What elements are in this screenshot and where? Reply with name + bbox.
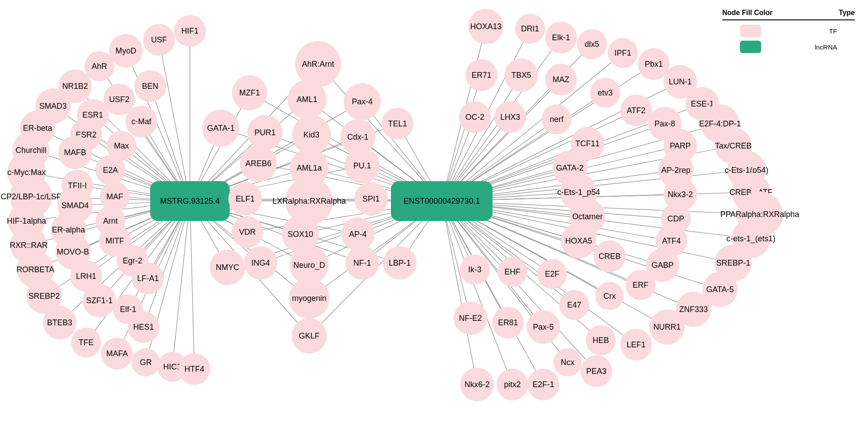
- tf-node: HOXA13: [468, 9, 504, 44]
- tf-node: Pax-4: [344, 83, 381, 120]
- tf-node: GR: [132, 348, 160, 377]
- tf-node: MyoD: [109, 34, 143, 68]
- tf-node: dlx5: [577, 29, 607, 59]
- tf-node: VDR: [231, 216, 263, 248]
- tf-node: ER71: [466, 59, 497, 91]
- tf-node: NURR1: [649, 309, 685, 345]
- tf-node: ATF2: [620, 95, 652, 126]
- tf-node: c-Maf: [125, 106, 157, 137]
- legend-row: TF: [722, 25, 855, 37]
- tf-node: SPI1: [354, 182, 388, 216]
- tf-node: HOXA5: [561, 223, 596, 259]
- tf-node: OC-2: [459, 101, 491, 133]
- tf-node: LHX3: [494, 101, 526, 133]
- legend-swatch: [740, 25, 761, 37]
- legend-label: TF: [829, 27, 837, 35]
- svg-line-1: [159, 40, 190, 201]
- tf-node: Elk-1: [545, 22, 577, 53]
- tf-node: PEA3: [580, 355, 612, 387]
- lncrna-node: ENST00000429730.1: [391, 181, 493, 221]
- tf-node: AML1: [288, 80, 326, 119]
- svg-line-93: [442, 201, 477, 384]
- tf-node: HES1: [128, 311, 159, 343]
- tf-node: Nkx6-2: [460, 368, 494, 401]
- tf-node: MAZ: [545, 64, 577, 95]
- tf-node: AP-4: [341, 217, 375, 251]
- legend-row: lncRNA: [722, 41, 855, 53]
- svg-line-39: [172, 201, 190, 367]
- tf-node: MAFA: [101, 338, 133, 369]
- tf-node: AREB6: [240, 145, 277, 182]
- tf-node: Ncx: [553, 348, 582, 377]
- tf-node: myogenin: [289, 278, 330, 319]
- tf-node: ERF: [625, 270, 656, 300]
- tf-node: HIF1: [174, 15, 206, 47]
- tf-node: TEL1: [382, 108, 413, 140]
- lncrna-node: MSTRG.93125.4: [150, 181, 230, 221]
- tf-node: ER81: [492, 307, 524, 339]
- tf-node: NF-E2: [454, 301, 487, 335]
- tf-node: USF: [143, 24, 175, 56]
- tf-node: GATA-1: [202, 110, 239, 147]
- tf-node: Pax-5: [527, 310, 560, 344]
- tf-node: etv3: [590, 78, 620, 108]
- legend-label: lncRNA: [815, 43, 837, 51]
- tf-node: CREB: [594, 240, 625, 272]
- tf-node: ING4: [244, 246, 277, 280]
- legend-col1: Node Fill Color: [722, 9, 773, 17]
- tf-node: LEF1: [620, 329, 652, 361]
- tf-node: TFE: [71, 327, 101, 358]
- tf-node: PU.1: [345, 148, 380, 183]
- tf-node: DRI1: [515, 14, 545, 44]
- legend-swatch: [740, 41, 761, 53]
- tf-node: E47: [559, 290, 589, 320]
- tf-node: NMYC: [210, 250, 245, 285]
- legend: Node Fill Color Type TFlncRNA: [722, 9, 855, 57]
- tf-node: MAFB: [58, 136, 92, 169]
- tf-node: GKLF: [292, 318, 327, 354]
- tf-node: IPF1: [608, 38, 638, 68]
- tf-node: BTEB3: [43, 306, 76, 339]
- tf-node: HEB: [586, 325, 616, 355]
- tf-node: nerf: [542, 104, 572, 134]
- tf-node: TBX5: [504, 58, 538, 92]
- svg-line-40: [190, 201, 194, 369]
- tf-node: MZF1: [232, 75, 267, 110]
- tf-node: BEN: [134, 70, 166, 102]
- tf-node: LBP-1: [383, 246, 417, 280]
- tf-node: E2F: [537, 259, 567, 289]
- legend-col2: Type: [839, 9, 855, 17]
- tf-node: SZF1-1: [83, 284, 116, 317]
- tf-node: LF-A1: [132, 263, 164, 294]
- tf-node: HTF4: [178, 353, 210, 385]
- tf-node: NF-1: [345, 246, 379, 280]
- tf-node: PUR1: [247, 115, 283, 150]
- tf-node: Ik-3: [460, 255, 490, 285]
- tf-node: Crx: [595, 282, 624, 310]
- tf-node: ELF1: [228, 182, 262, 216]
- tf-node: EHF: [497, 257, 527, 287]
- tf-node: E2F-1: [527, 369, 559, 400]
- tf-node: pitx2: [497, 369, 528, 400]
- tf-node: E2A: [95, 155, 125, 185]
